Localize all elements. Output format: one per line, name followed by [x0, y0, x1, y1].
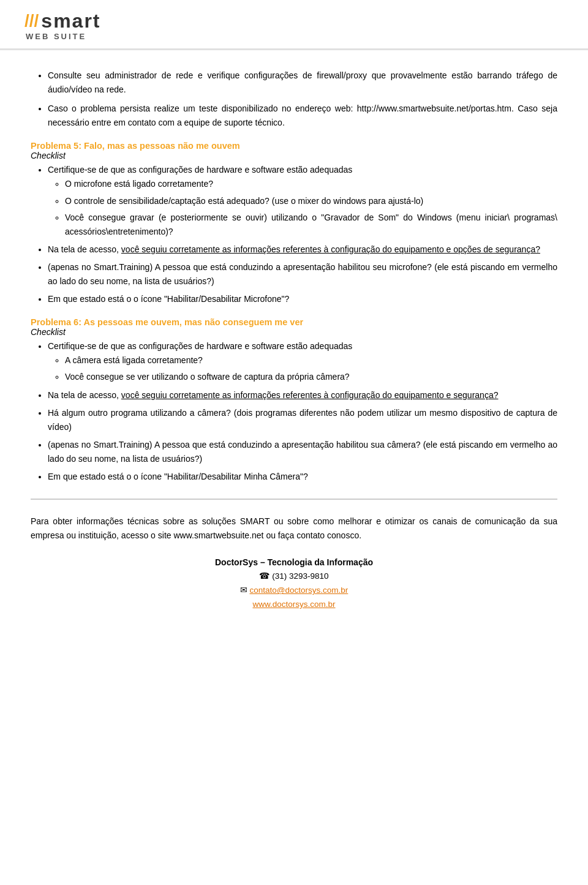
problem5-sub3: Você consegue gravar (e posteriormente s…: [65, 211, 557, 239]
problem5-checklist: Checklist: [31, 151, 557, 160]
problem6-section: Problema 6: As pessoas me ouvem, mas não…: [31, 317, 557, 484]
logo-suite: WEB SUITE: [26, 32, 86, 41]
problem5-item3: (apenas no Smart.Training) A pessoa que …: [48, 260, 557, 288]
portas-link[interactable]: http://www.smartwebsuite.net/portas.htm: [357, 104, 511, 113]
footer-company: DoctorSys – Tecnologia da Informação ☎ (…: [31, 557, 557, 612]
problem6-item1: Certifique-se de que as configurações de…: [48, 339, 557, 384]
problem6-item4: (apenas no Smart.Training) A pessoa que …: [48, 438, 557, 466]
problem6-item2: Na tela de acesso, você seguiu corretame…: [48, 388, 557, 402]
logo: /// smart WEB SUITE: [24, 11, 101, 41]
problem5-item4: Em que estado está o o ícone "Habilitar/…: [48, 292, 557, 306]
email-link[interactable]: contato@doctorsys.com.br: [249, 586, 348, 595]
problem6-sub2: Você consegue se ver utilizando o softwa…: [65, 370, 557, 384]
logo-name: smart: [41, 11, 100, 31]
problem6-item3: Há algum outro programa utilizando a câm…: [48, 406, 557, 434]
problem6-sub1: A câmera está ligada corretamente?: [65, 353, 557, 367]
problem5-sublist: O microfone está ligado corretamente? O …: [65, 177, 557, 238]
intro-item-2: Caso o problema persista realize um test…: [48, 102, 557, 130]
problem6-link: você seguiu corretamente as informações …: [121, 390, 499, 400]
problem6-item5: Em que estado está o o ícone "Habilitar/…: [48, 470, 557, 484]
divider: [31, 499, 557, 500]
contact-info: ☎ (31) 3293-9810 ✉ contato@doctorsys.com…: [31, 570, 557, 612]
problem5-sub1: O microfone está ligado corretamente?: [65, 177, 557, 191]
problem5-sub2: O controle de sensibilidade/captação est…: [65, 194, 557, 208]
website-link[interactable]: www.doctorsys.com.br: [252, 600, 335, 609]
main-content: Consulte seu administrador de rede e ver…: [0, 50, 588, 630]
phone-icon: ☎: [259, 571, 270, 581]
problem6-list: Certifique-se de que as configurações de…: [48, 339, 557, 484]
problem6-sublist: A câmera está ligada corretamente? Você …: [65, 353, 557, 384]
footer-paragraph: Para obter informações técnicas sobre as…: [31, 514, 557, 543]
problem6-checklist: Checklist: [31, 327, 557, 337]
email-icon: ✉: [240, 586, 247, 595]
logo-slashes: ///: [24, 12, 39, 29]
intro-item-1: Consulte seu administrador de rede e ver…: [48, 69, 557, 97]
company-name: DoctorSys – Tecnologia da Informação: [31, 557, 557, 567]
intro-list: Consulte seu administrador de rede e ver…: [48, 69, 557, 130]
problem5-link: você seguiu corretamente as informações …: [121, 244, 540, 254]
problem5-list: Certifique-se de que as configurações de…: [48, 163, 557, 306]
problem5-section: Problema 5: Falo, mas as pessoas não me …: [31, 141, 557, 306]
phone-number: (31) 3293-9810: [272, 571, 328, 581]
problem5-item1: Certifique-se de que as configurações de…: [48, 163, 557, 238]
problem6-title: Problema 6: As pessoas me ouvem, mas não…: [31, 317, 557, 327]
problem5-title: Problema 5: Falo, mas as pessoas não me …: [31, 141, 557, 151]
problem5-item2: Na tela de acesso, você seguiu corretame…: [48, 243, 557, 257]
header: /// smart WEB SUITE: [0, 0, 588, 50]
